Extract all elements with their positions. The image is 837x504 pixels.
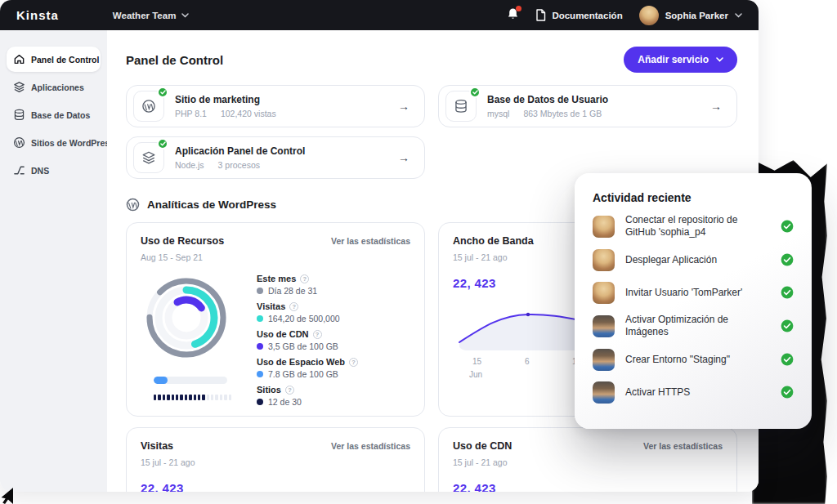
resource-usage-card: Uso de Recursos Ver las estadísticas Aug… (126, 222, 425, 417)
sidebar: Panel de Control Aplicaciones Base de Da… (0, 30, 107, 492)
status-ok-badge (157, 138, 168, 149)
activity-item[interactable]: Activar HTTPS (593, 381, 794, 404)
legend-label: Uso de Espacio Web (257, 357, 345, 367)
legend-value: 164,20 de 500,000 (268, 314, 340, 323)
info-icon[interactable]: ? (313, 330, 322, 339)
activity-label: Desplegar Aplicación (625, 254, 717, 266)
notification-dot (516, 6, 521, 11)
bottom-grid: Visitas Ver las estadísticas 15 jul - 21… (126, 427, 737, 492)
view-stats-link[interactable]: Ver las estadísticas (331, 236, 410, 246)
chevron-down-icon (716, 57, 723, 62)
activity-item[interactable]: Invitar Usuario 'TomParker' (593, 281, 794, 304)
services-grid: Sitio de marketing PHP 8.1102,420 vistas… (126, 85, 737, 179)
layers-icon (133, 142, 164, 173)
check-circle-icon (781, 220, 794, 233)
documentation-link[interactable]: Documentación (535, 9, 622, 21)
activity-item[interactable]: Conectar el repositorio de GitHub 'sophi… (593, 214, 794, 239)
sidebar-item-label: Sitios de WordPress (31, 138, 114, 148)
service-runtime: PHP 8.1 (175, 109, 207, 118)
activity-label: Conectar el repositorio de GitHub 'sophi… (625, 214, 766, 239)
status-ok-badge (157, 87, 168, 98)
date-range: 15 jul - 21 ago (141, 457, 410, 467)
legend-label: Uso de CDN (257, 329, 309, 339)
topbar-right: Documentación Sophia Parker (507, 6, 742, 25)
user-name: Sophia Parker (665, 11, 728, 20)
sites-segmented-bar (154, 395, 245, 400)
info-icon[interactable]: ? (285, 386, 294, 395)
view-stats-link[interactable]: Ver las estadísticas (643, 441, 723, 451)
legend-item: Este mes? Día 28 de 31 (257, 274, 410, 296)
card-title: Visitas (141, 440, 173, 452)
activity-item[interactable]: Desplegar Aplicación (593, 248, 794, 271)
activity-item[interactable]: Activar Optimización de Imágenes (593, 314, 794, 338)
wordpress-icon (13, 136, 25, 149)
card-title: Uso de Recursos (141, 235, 224, 247)
x-month-label: Jun (469, 370, 482, 379)
legend-item: Visitas? 164,20 de 500,000 (257, 301, 410, 323)
service-card-user-database[interactable]: Base de Datos de Usuario mysql863 Mbytes… (438, 85, 737, 127)
date-range: 15 jul - 21 ago (453, 457, 723, 467)
check-circle-icon (781, 253, 794, 266)
legend-label: Este mes (257, 274, 296, 283)
legend-item: Uso de CDN? 3,5 GB de 100 GB (257, 329, 410, 351)
resource-legend: Este mes? Día 28 de 31 Visitas? 164,20 d… (257, 274, 410, 413)
avatar (593, 349, 615, 371)
x-tick: 15 (472, 357, 481, 366)
sidebar-item-dns[interactable]: DNS (7, 158, 101, 183)
activity-item[interactable]: Crear Entorno "Staging" (593, 348, 794, 371)
kinsta-logo: Kinsta (16, 8, 59, 22)
activity-label: Crear Entorno "Staging" (625, 354, 730, 366)
legend-label: Sitios (257, 385, 281, 395)
info-icon[interactable]: ? (300, 274, 309, 283)
check-circle-icon (781, 319, 794, 332)
activity-label: Activar Optimización de Imágenes (625, 314, 766, 338)
page-title: Panel de Control (126, 53, 223, 67)
chevron-down-icon (181, 13, 189, 18)
avatar (593, 315, 615, 337)
wordpress-icon (133, 91, 164, 122)
sidebar-item-aplicaciones[interactable]: Aplicaciones (7, 74, 101, 100)
arrow-right-icon: → (398, 100, 410, 113)
user-menu[interactable]: Sophia Parker (639, 6, 742, 25)
service-title: Base de Datos de Usuario (487, 94, 608, 105)
wordpress-icon (126, 198, 140, 212)
info-icon[interactable]: ? (349, 358, 358, 367)
legend-value: Día 28 de 31 (268, 286, 317, 296)
sidebar-item-sitios-de-wordpress[interactable]: Sitios de WordPress (7, 130, 101, 155)
status-ok-badge (469, 87, 481, 98)
add-service-label: Añadir servicio (638, 54, 709, 65)
add-service-button[interactable]: Añadir servicio (624, 47, 737, 73)
legend-value: 12 de 30 (268, 397, 302, 407)
service-title: Aplicación Panel de Control (175, 145, 305, 157)
info-icon[interactable]: ? (289, 302, 298, 311)
service-runtime: Node.js (175, 160, 204, 170)
arrow-right-icon: → (710, 100, 722, 113)
legend-value: 3,5 GB de 100 GB (268, 341, 338, 351)
notifications-button[interactable] (507, 7, 519, 24)
legend-item: Sitios? 12 de 30 (257, 385, 410, 407)
legend-dot (257, 399, 263, 405)
avatar (639, 6, 659, 25)
sidebar-item-label: DNS (31, 166, 49, 176)
sidebar-item-label: Aplicaciones (31, 83, 84, 92)
sidebar-item-base-de-datos[interactable]: Base de Datos (7, 102, 101, 127)
avatar (593, 381, 615, 404)
team-selector[interactable]: Weather Team (113, 11, 190, 20)
chevron-down-icon (735, 13, 742, 18)
card-title: Uso de CDN (453, 440, 512, 452)
legend-item: Uso de Espacio Web? 7.8 GB de 100 GB (257, 357, 410, 379)
panel-title: Actividad reciente (593, 191, 794, 204)
visits-card: Visitas Ver las estadísticas 15 jul - 21… (126, 427, 425, 492)
view-stats-link[interactable]: Ver las estadísticas (331, 441, 410, 451)
card-title: Ancho de Banda (453, 235, 534, 247)
avatar (593, 249, 615, 271)
layers-icon (13, 81, 25, 93)
service-usage: 3 procesos (218, 160, 260, 170)
service-card-marketing-site[interactable]: Sitio de marketing PHP 8.1102,420 vistas… (126, 85, 425, 127)
activity-label: Activar HTTPS (625, 386, 690, 399)
document-icon (535, 9, 546, 21)
sidebar-item-panel-de-control[interactable]: Panel de Control (7, 47, 101, 72)
dns-icon (13, 164, 25, 176)
service-title: Sitio de marketing (175, 94, 276, 105)
service-card-dashboard-app[interactable]: Aplicación Panel de Control Node.js3 pro… (126, 136, 425, 179)
